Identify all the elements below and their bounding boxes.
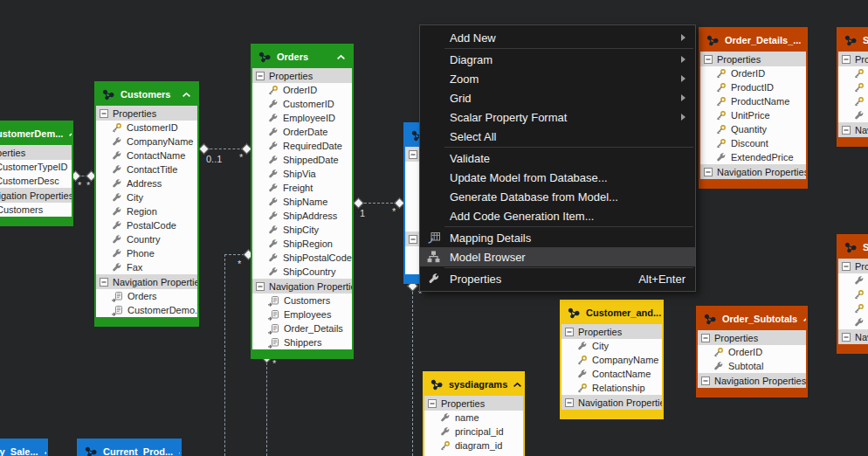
menu-item-label: Select All: [450, 130, 496, 143]
submenu-arrow-icon: [681, 34, 685, 41]
menu-separator: [444, 267, 693, 268]
submenu-arrow-icon: [681, 114, 685, 121]
entity-designer-canvas[interactable]: **0..1*1**** CustomerDem...PropertiesCus…: [0, 0, 868, 456]
menu-item-shortcut: Alt+Enter: [638, 273, 685, 286]
menu-separator: [444, 226, 693, 227]
model-browser-icon: [427, 251, 440, 266]
menu-item-update-model-from-database[interactable]: Update Model from Database...: [420, 168, 695, 187]
menu-item-label: Zoom: [450, 73, 479, 86]
properties-icon: [427, 273, 440, 288]
menu-item-label: Validate: [450, 152, 490, 165]
menu-item-generate-database-from-model[interactable]: Generate Database from Model...: [420, 187, 695, 206]
menu-item-scalar-property-format[interactable]: Scalar Property Format: [420, 107, 695, 127]
submenu-arrow-icon: [681, 56, 685, 63]
submenu-arrow-icon: [681, 75, 685, 82]
menu-item-diagram[interactable]: Diagram: [420, 50, 695, 69]
menu-item-label: Add New: [450, 31, 496, 45]
menu-item-label: Diagram: [450, 53, 493, 66]
mapping-details-icon: [427, 231, 441, 247]
menu-item-label: Mapping Details: [450, 231, 531, 245]
menu-separator: [444, 48, 693, 49]
submenu-arrow-icon: [681, 94, 685, 101]
menu-item-mapping-details[interactable]: Mapping Details: [420, 228, 695, 247]
menu-item-add-new[interactable]: Add New: [420, 28, 695, 47]
context-menu-layer: Add NewDiagramZoomGridScalar Property Fo…: [0, 0, 868, 456]
menu-item-add-code-generation-item[interactable]: Add Code Generation Item...: [420, 206, 695, 225]
menu-item-properties[interactable]: PropertiesAlt+Enter: [420, 269, 695, 288]
menu-item-model-browser[interactable]: Model Browser: [420, 247, 695, 266]
menu-item-label: Update Model from Database...: [450, 171, 608, 184]
menu-item-label: Grid: [450, 92, 472, 105]
menu-item-select-all[interactable]: Select All: [420, 127, 695, 146]
menu-item-label: Properties: [450, 273, 501, 286]
menu-item-grid[interactable]: Grid: [420, 88, 695, 107]
menu-item-validate[interactable]: Validate: [420, 149, 695, 168]
menu-item-label: Scalar Property Format: [450, 111, 567, 124]
menu-separator: [444, 147, 693, 148]
menu-item-label: Add Code Generation Item...: [450, 210, 594, 223]
menu-item-label: Generate Database from Model...: [450, 190, 618, 204]
context-menu: Add NewDiagramZoomGridScalar Property Fo…: [419, 24, 696, 292]
menu-item-zoom[interactable]: Zoom: [420, 69, 695, 88]
menu-item-label: Model Browser: [450, 251, 526, 264]
